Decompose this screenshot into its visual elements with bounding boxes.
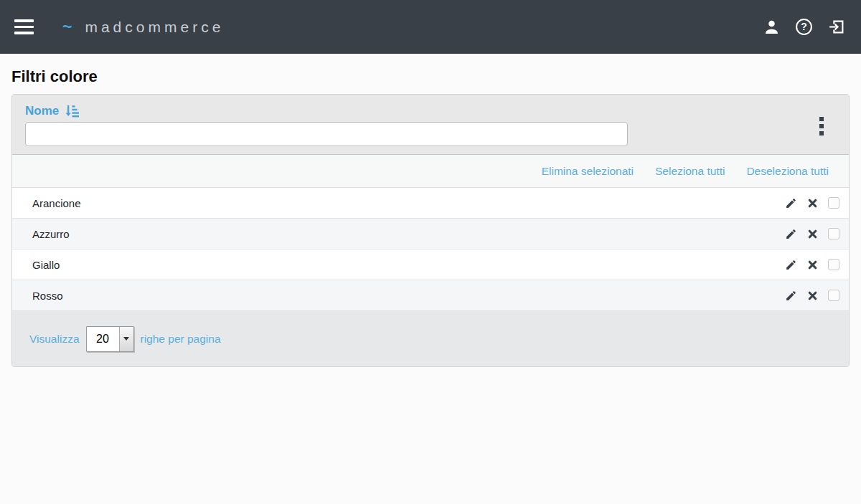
user-icon[interactable] xyxy=(762,18,781,37)
select-all-link[interactable]: Seleziona tutti xyxy=(655,165,725,178)
row-checkbox[interactable] xyxy=(828,197,839,209)
row-name: Azzurro xyxy=(32,228,70,240)
delete-x-icon[interactable] xyxy=(806,197,819,209)
row-checkbox[interactable] xyxy=(828,228,839,239)
edit-pencil-icon[interactable] xyxy=(785,197,797,209)
filter-panel: Nome Elimina selezionati xyxy=(11,94,850,367)
filter-header: Nome xyxy=(12,95,849,155)
pagination-bar: Visualizza 20 righe per pagina xyxy=(12,311,849,366)
delete-x-icon[interactable] xyxy=(806,290,819,302)
edit-pencil-icon[interactable] xyxy=(785,259,797,271)
edit-pencil-icon[interactable] xyxy=(785,290,797,302)
select-arrow-icon xyxy=(119,327,133,351)
rows-per-page-select[interactable]: 20 xyxy=(86,326,134,352)
row-name: Rosso xyxy=(32,290,63,302)
bulk-actions-row: Elimina selezionati Seleziona tutti Dese… xyxy=(12,155,849,188)
brand-tilde-icon: ~ xyxy=(62,17,72,37)
table-row: Azzurro xyxy=(12,219,849,249)
column-header-nome[interactable]: Nome xyxy=(25,104,59,118)
rows-per-page-value: 20 xyxy=(87,327,119,351)
row-actions xyxy=(785,259,839,271)
table-row: Giallo xyxy=(12,249,849,280)
table-rows: Arancione Azzurro xyxy=(12,188,849,311)
pagination-prefix: Visualizza xyxy=(29,333,80,346)
table-row: Arancione xyxy=(12,188,849,219)
edit-pencil-icon[interactable] xyxy=(785,228,797,240)
row-checkbox[interactable] xyxy=(828,259,839,270)
nome-filter-input[interactable] xyxy=(25,122,628,146)
svg-text:?: ? xyxy=(801,21,807,32)
row-name: Giallo xyxy=(32,259,60,271)
logout-icon[interactable] xyxy=(827,18,845,37)
row-actions xyxy=(785,228,839,240)
row-actions xyxy=(785,197,839,209)
row-actions xyxy=(785,290,839,302)
row-checkbox[interactable] xyxy=(828,290,839,301)
row-name: Arancione xyxy=(32,197,81,209)
help-icon[interactable]: ? xyxy=(794,18,813,37)
kebab-menu-icon[interactable] xyxy=(818,115,825,137)
page-title: Filtri colore xyxy=(11,67,850,86)
pagination-suffix: righe per pagina xyxy=(141,333,221,346)
topbar: ~ madcommerce ? xyxy=(0,0,861,54)
brand-name: madcommerce xyxy=(85,19,224,36)
sort-icon[interactable] xyxy=(64,104,79,118)
delete-x-icon[interactable] xyxy=(806,259,819,271)
menu-icon[interactable] xyxy=(14,19,34,34)
page-content: Filtri colore Nome xyxy=(0,67,861,367)
table-row: Rosso xyxy=(12,280,849,311)
deselect-all-link[interactable]: Deseleziona tutti xyxy=(746,165,829,178)
delete-x-icon[interactable] xyxy=(806,228,819,240)
delete-selected-link[interactable]: Elimina selezionati xyxy=(542,165,634,178)
topbar-icons: ? xyxy=(762,18,845,37)
